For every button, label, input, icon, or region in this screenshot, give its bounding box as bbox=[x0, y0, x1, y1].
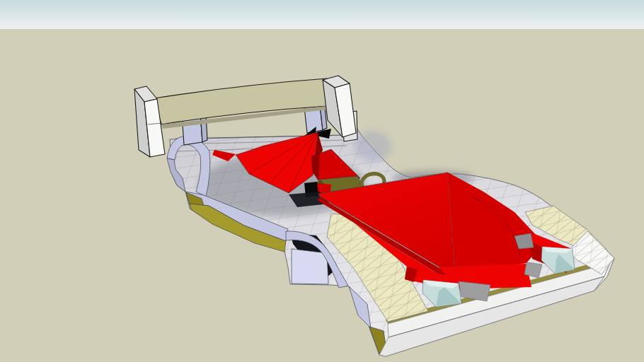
3d-viewport[interactable] bbox=[0, 0, 644, 362]
sky bbox=[0, 0, 644, 29]
front-left-arch-face bbox=[292, 249, 328, 284]
scene-canvas[interactable] bbox=[0, 0, 644, 362]
deck-right-shadow bbox=[355, 131, 391, 162]
